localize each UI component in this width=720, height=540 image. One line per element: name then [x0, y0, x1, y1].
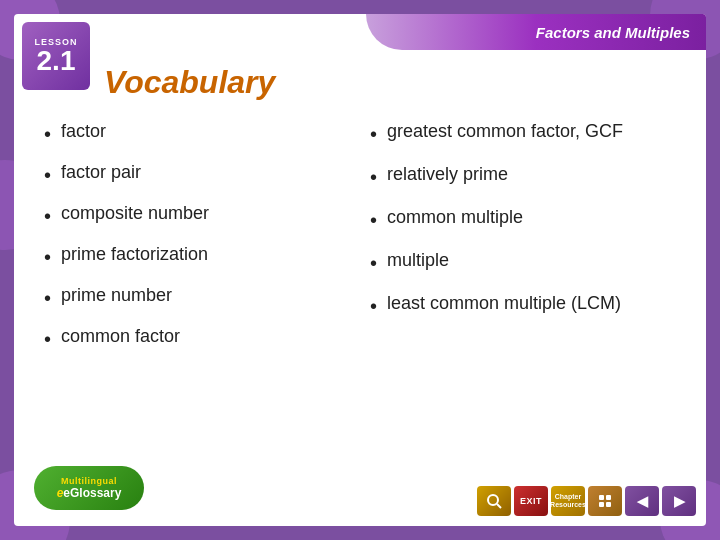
vocabulary-heading: Vocabulary: [104, 64, 275, 101]
lesson-number: 2.1: [37, 47, 76, 75]
svg-rect-4: [599, 502, 604, 507]
prev-icon: ◀: [637, 493, 648, 509]
banner-title: Factors and Multiples: [536, 24, 690, 41]
main-content: Factors and Multiples LESSON 2.1 Vocabul…: [14, 14, 706, 526]
vocab-term: prime number: [61, 284, 172, 307]
bullet-icon: •: [370, 293, 377, 319]
glossary-top-label: Multilingual: [61, 476, 117, 486]
vocab-term: relatively prime: [387, 163, 508, 186]
vocab-term: factor: [61, 120, 106, 143]
vocab-term: factor pair: [61, 161, 141, 184]
vocab-term: common factor: [61, 325, 180, 348]
bullet-icon: •: [44, 203, 51, 229]
lesson-badge: LESSON 2.1: [22, 22, 90, 90]
svg-point-0: [488, 495, 498, 505]
vocab-term: prime factorization: [61, 243, 208, 266]
glossary-bottom-label: eeGlossary: [57, 486, 122, 500]
nav-search-button[interactable]: [477, 486, 511, 516]
exit-label: EXIT: [520, 496, 542, 506]
bullet-icon: •: [44, 121, 51, 147]
vocab-term: common multiple: [387, 206, 523, 229]
next-icon: ▶: [674, 493, 685, 509]
list-item: • composite number: [44, 196, 350, 235]
list-item: • prime number: [44, 278, 350, 317]
list-item: • least common multiple (LCM): [370, 286, 676, 325]
nav-resources-button[interactable]: [588, 486, 622, 516]
svg-rect-5: [606, 502, 611, 507]
bullet-icon: •: [370, 164, 377, 190]
vocab-term: multiple: [387, 249, 449, 272]
list-item: • prime factorization: [44, 237, 350, 276]
list-item: • common factor: [44, 319, 350, 358]
bullet-icon: •: [370, 207, 377, 233]
list-item: • greatest common factor, GCF: [370, 114, 676, 153]
bullet-icon: •: [370, 121, 377, 147]
top-banner: Factors and Multiples: [366, 14, 706, 50]
bullet-icon: •: [370, 250, 377, 276]
vocab-term: composite number: [61, 202, 209, 225]
chapter-label: ChapterResources: [550, 493, 586, 508]
svg-rect-3: [606, 495, 611, 500]
svg-line-1: [497, 504, 501, 508]
bullet-icon: •: [44, 244, 51, 270]
bullet-icon: •: [44, 285, 51, 311]
list-item: • factor: [44, 114, 350, 153]
vocab-term: greatest common factor, GCF: [387, 120, 623, 143]
nav-exit-button[interactable]: EXIT: [514, 486, 548, 516]
content-area: • factor • factor pair • composite numbe…: [44, 114, 676, 466]
list-item: • common multiple: [370, 200, 676, 239]
bullet-icon: •: [44, 326, 51, 352]
nav-chapter-button[interactable]: ChapterResources: [551, 486, 585, 516]
list-item: • multiple: [370, 243, 676, 282]
nav-next-button[interactable]: ▶: [662, 486, 696, 516]
list-item: • factor pair: [44, 155, 350, 194]
glossary-button[interactable]: Multilingual eeGlossary: [34, 466, 144, 510]
vocab-term: least common multiple (LCM): [387, 292, 621, 315]
left-column: • factor • factor pair • composite numbe…: [44, 114, 350, 466]
nav-prev-button[interactable]: ◀: [625, 486, 659, 516]
bullet-icon: •: [44, 162, 51, 188]
svg-rect-2: [599, 495, 604, 500]
list-item: • relatively prime: [370, 157, 676, 196]
bottom-nav: EXIT ChapterResources ◀ ▶: [477, 486, 696, 516]
right-column: • greatest common factor, GCF • relative…: [370, 114, 676, 466]
